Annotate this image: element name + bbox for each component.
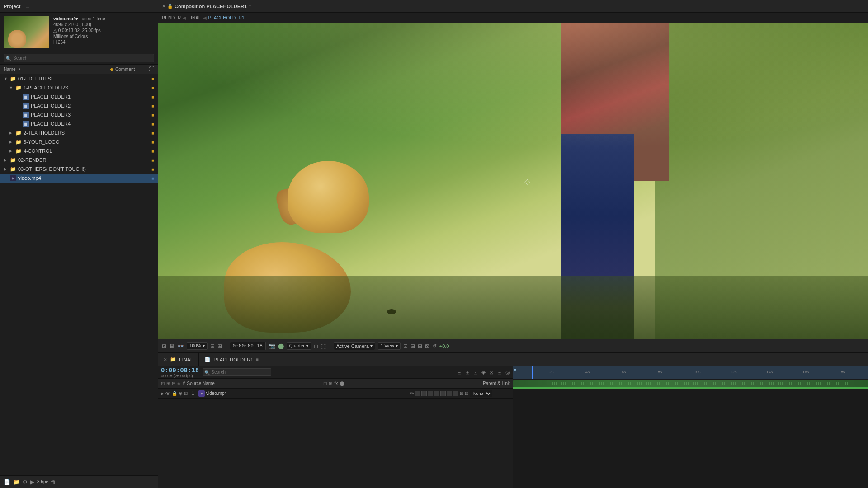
folder-icon: 📁 (10, 157, 16, 163)
layer-header-icon-6: ⊡ (323, 381, 327, 386)
tree-label: 01-EDIT THESE (18, 76, 150, 81)
tree-label: PLACEHOLDER2 (31, 103, 150, 108)
viewer-icon-3[interactable]: ⊞ (418, 343, 422, 349)
tl-icon-5[interactable]: ⊠ (489, 369, 494, 375)
tree-item-placeholder4[interactable]: ▦ PLACEHOLDER4 ■ (0, 119, 158, 128)
parent-dropdown[interactable]: None (470, 390, 492, 397)
label-color-dot: ■ (151, 167, 154, 172)
folder-icon: 📁 (15, 85, 22, 91)
zoom-dropdown-arrow: ▾ (203, 343, 205, 348)
current-timecode[interactable]: 0:00:00:18 (230, 342, 266, 350)
color-wheel-icon[interactable]: ⬤ (278, 343, 284, 349)
folder-icon: 📁 (15, 148, 22, 154)
project-search-input[interactable] (4, 54, 154, 62)
tl-icon-7[interactable]: ◎ (505, 369, 510, 375)
tl-icon-2[interactable]: ⊞ (465, 369, 470, 375)
tree-item-placeholder1[interactable]: ▦ PLACEHOLDER1 ■ (0, 92, 158, 101)
layer-header-icon-2: ⊞ (166, 381, 170, 386)
timeline-tab-final[interactable]: ✕ 📁 FINAL (158, 353, 199, 366)
track-row-video (513, 379, 868, 389)
layer-pencil-icon[interactable]: ✏ (410, 391, 414, 396)
zoom-dropdown[interactable]: 100% ▾ (187, 342, 208, 350)
tl-icon-4[interactable]: ◈ (481, 369, 486, 375)
tab-close-icon[interactable]: ✕ (164, 357, 167, 362)
fx-box-7[interactable] (453, 391, 458, 396)
view-layout-dropdown[interactable]: 1 View ▾ (378, 342, 401, 350)
layer-header-icon-1: ⊡ (161, 381, 165, 386)
layer-time-icon[interactable]: ⊞ (460, 391, 463, 396)
tl-icon-1[interactable]: ⊟ (457, 369, 462, 375)
refresh-icon[interactable]: ↺ (432, 343, 437, 349)
trash-icon[interactable]: 🗑 (51, 479, 56, 485)
playhead[interactable] (532, 366, 533, 379)
layer-solo-button[interactable]: ◉ (179, 391, 183, 396)
fx-box-1[interactable] (415, 391, 420, 396)
layer-parent: ⊡ None (465, 390, 510, 397)
offset-value: +0.0 (439, 343, 449, 349)
fx-box-4[interactable] (434, 391, 439, 396)
new-item-icon[interactable]: 📄 (4, 479, 10, 485)
layer-number: 1 (189, 391, 197, 396)
viewer-icon-2[interactable]: ⊟ (410, 343, 415, 349)
layer-visibility-button[interactable]: 👁 (165, 391, 170, 396)
tree-item-02-render[interactable]: ▶ 📁 02-RENDER ■ (0, 155, 158, 164)
folder-icon: 📁 (10, 166, 16, 172)
new-folder-icon[interactable]: 📁 (13, 479, 20, 485)
fx-box-3[interactable] (428, 391, 433, 396)
project-menu-icon[interactable]: ≡ (26, 3, 29, 9)
tree-label: 02-RENDER (18, 157, 150, 163)
comp-tab-title: Composition PLACEHOLDER1 (175, 4, 247, 9)
camera-snapshot-icon[interactable]: 📷 (269, 343, 275, 349)
ruler-mark-12s: 12s (730, 370, 737, 374)
expand-arrow-icon: ▶ (4, 158, 8, 162)
tab-folder-icon: 📄 (204, 357, 211, 362)
region-of-interest-icon[interactable]: ⬚ (321, 343, 326, 349)
camera-dropdown-arrow: ▾ (370, 343, 373, 348)
breadcrumb-placeholder1[interactable]: PLACEHOLDER1 (208, 15, 245, 20)
layer-expand-button[interactable]: ▶ (161, 391, 164, 396)
tl-icon-6[interactable]: ⊟ (497, 369, 502, 375)
viewer-icon-1[interactable]: ⊡ (403, 343, 408, 349)
timeline-tab-placeholder1[interactable]: 📄 PLACEHOLDER1 ≡ (199, 353, 264, 366)
tree-item-placeholder3[interactable]: ▦ PLACEHOLDER3 ■ (0, 110, 158, 119)
view-layout-label: 1 View (381, 343, 394, 348)
comp-tab-menu-button[interactable]: ≡ (249, 4, 251, 9)
tab-menu-icon[interactable]: ≡ (256, 357, 259, 362)
viewer-tool-1[interactable]: ⊡ (162, 343, 166, 349)
tree-item-3-your-logo[interactable]: ▶ 📁 3-YOUR_LOGO ■ (0, 137, 158, 146)
fx-box-5[interactable] (440, 391, 446, 396)
track-bar-video[interactable] (513, 380, 868, 387)
fx-box-2[interactable] (421, 391, 427, 396)
tree-item-4-control[interactable]: ▶ 📁 4-CONTROL ■ (0, 146, 158, 155)
layer-lock-button[interactable]: 🔒 (172, 391, 177, 396)
tree-item-1-placeholders[interactable]: ▼ 📁 1-PLACEHOLDERS ■ (0, 83, 158, 92)
file-fps: △ 0:00:13:02, 25.00 fps (53, 28, 105, 33)
tl-icon-3[interactable]: ⊡ (473, 369, 478, 375)
quality-dropdown[interactable]: Quarter ▾ (287, 342, 311, 350)
timeline-search-input[interactable] (203, 368, 271, 376)
active-camera-dropdown[interactable]: Active Camera ▾ (334, 342, 375, 350)
breadcrumb-final[interactable]: FINAL (188, 15, 201, 20)
viewer-tool-2[interactable]: 🖥 (169, 343, 175, 349)
file-resolution: 4096 x 2160 (1.00) (53, 22, 105, 27)
ruler-mark-16s: 16s (802, 370, 809, 374)
safe-area-icon[interactable]: ⊞ (217, 343, 222, 349)
tree-structure-icon[interactable]: ⛶ (149, 66, 154, 72)
viewer-glasses-icon[interactable]: 👓 (177, 343, 184, 349)
tree-item-03-others[interactable]: ▶ 📁 03-OTHERS( DON'T TOUCH!) ■ (0, 164, 158, 174)
file-colors: Millions of Colors (53, 34, 105, 39)
fit-to-frame-icon[interactable]: ⊟ (210, 343, 215, 349)
render-icon[interactable]: ▶ (30, 479, 34, 485)
tree-item-video-mp4[interactable]: ▶ video.mp4 ■ (0, 174, 158, 183)
fx-box-6[interactable] (447, 391, 452, 396)
breadcrumb-render[interactable]: RENDER (162, 15, 181, 20)
tree-item-placeholder2[interactable]: ▦ PLACEHOLDER2 ■ (0, 101, 158, 110)
viewer-icon-4[interactable]: ⊠ (425, 343, 429, 349)
timeline-timecode[interactable]: 0:00:00:18 (161, 366, 199, 374)
toggle-transparency-icon[interactable]: ◻ (314, 343, 318, 349)
project-settings-icon[interactable]: ⚙ (23, 479, 28, 485)
tree-item-2-textholders[interactable]: ▶ 📁 2-TEXTHOLDERS ■ (0, 128, 158, 137)
tree-item-01-edit[interactable]: ▼ 📁 01-EDIT THESE ■ (0, 74, 158, 83)
layer-3d-toggle[interactable]: ⊡ (184, 391, 188, 396)
comp-tab-close-button[interactable]: ✕ (162, 4, 165, 9)
